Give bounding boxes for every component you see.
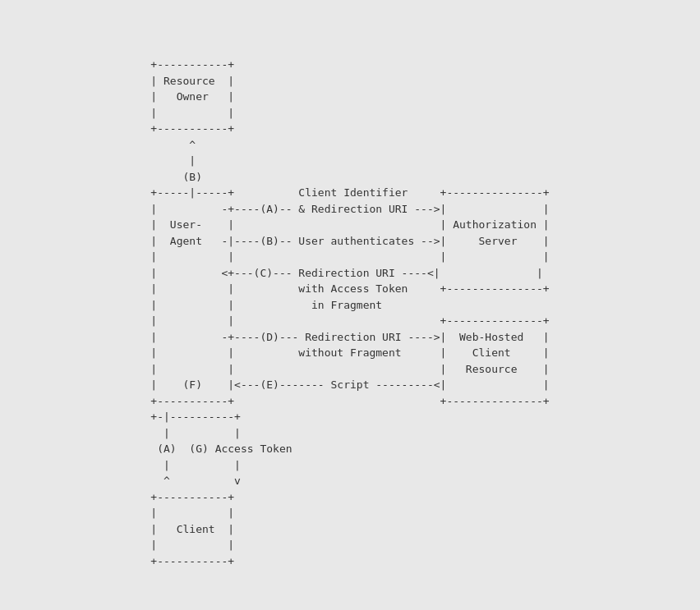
oauth-flow-diagram: OAuth2 Implicit Grant Flow Diagram +----… [134, 16, 565, 594]
diagram-text: +-----------+ | Resource | | Owner | | |… [150, 57, 549, 569]
